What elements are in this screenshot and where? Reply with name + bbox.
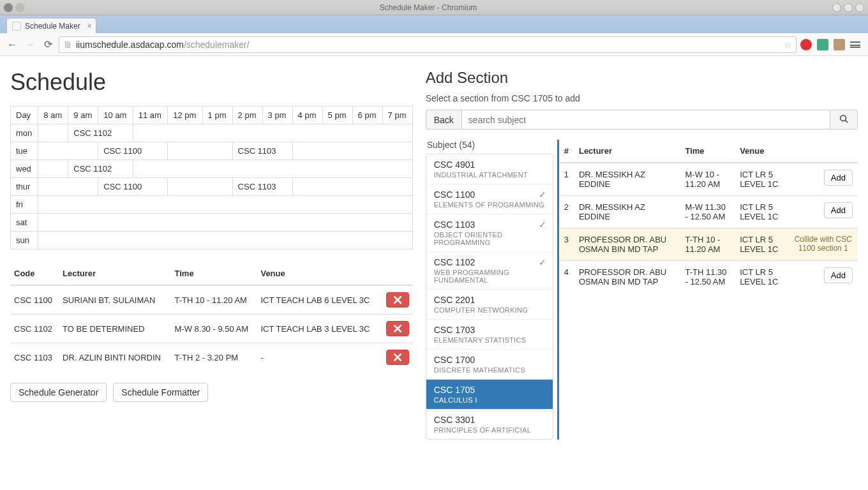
back-button-section[interactable]: Back	[426, 110, 461, 130]
search-icon	[839, 114, 848, 123]
add-button[interactable]: Add	[824, 170, 853, 186]
schedule-cell-empty	[133, 124, 412, 142]
section-lecturer: DR. MESSIKH AZ EDDINE	[574, 163, 680, 196]
svg-line-1	[846, 121, 848, 123]
favicon-icon	[12, 22, 21, 31]
page-icon: 🗎	[63, 40, 72, 50]
section-venue: ICT LR 5 LEVEL 1C	[735, 261, 788, 293]
schedule-formatter-button[interactable]: Schedule Formatter	[113, 383, 208, 402]
page-content: Schedule Day8 am9 am10 am11 am12 pm1 pm2…	[0, 56, 868, 440]
close-window-button[interactable]	[855, 3, 864, 12]
enrolled-lecturer: SURIANI BT. SULAIMAN	[59, 285, 170, 315]
add-button[interactable]: Add	[824, 202, 853, 218]
subject-item[interactable]: CSC 1703ELEMENTARY STATISTICS	[426, 320, 553, 350]
reload-button[interactable]: ⟳	[41, 38, 55, 52]
window-title: Schedule Maker - Chromium	[380, 3, 477, 12]
enrolled-lecturer: DR. AZLIN BINTI NORDIN	[59, 343, 170, 372]
time-header: 2 pm	[232, 107, 262, 124]
subject-list[interactable]: CSC 4901INDUSTRIAL ATTACHMENTCSC 1100ELE…	[426, 154, 553, 440]
remove-button[interactable]	[386, 350, 409, 365]
search-row: Back	[426, 110, 858, 130]
time-header: 12 pm	[168, 107, 202, 124]
enrolled-code: CSC 1103	[10, 343, 59, 372]
toolbar-extensions	[800, 39, 863, 50]
tab-title: Schedule Maker	[25, 22, 80, 31]
schedule-cell-empty	[38, 124, 68, 142]
subject-name: CALCULUS I	[434, 396, 545, 404]
search-input[interactable]	[461, 110, 830, 130]
adblock-icon[interactable]	[800, 39, 812, 50]
remove-button[interactable]	[386, 292, 409, 308]
window-controls	[832, 3, 864, 12]
day-label: sat	[11, 214, 38, 232]
schedule-cell-course: CSC 1102	[68, 160, 133, 178]
day-label: thur	[11, 178, 38, 196]
schedule-cell-course: CSC 1103	[232, 142, 292, 160]
schedule-cell-empty	[168, 178, 232, 196]
schedule-generator-button[interactable]: Schedule Generator	[10, 383, 107, 402]
section-row: 1DR. MESSIKH AZ EDDINEM-W 10 - 11.20 AMI…	[559, 163, 858, 196]
enrolled-row: CSC 1103DR. AZLIN BINTI NORDINT-TH 2 - 3…	[10, 343, 413, 372]
enrolled-code: CSC 1100	[10, 285, 59, 315]
browser-tab[interactable]: Schedule Maker ×	[6, 18, 96, 33]
minimize-button[interactable]	[832, 3, 841, 12]
section-header: Lecturer	[574, 140, 680, 163]
subject-item[interactable]: CSC 1700DISCRETE MATHEMATICS	[426, 350, 553, 380]
schedule-grid: Day8 am9 am10 am11 am12 pm1 pm2 pm3 pm4 …	[10, 106, 413, 249]
subject-name: COMPUTER NETWORKING	[434, 306, 545, 314]
enrolled-table: CodeLecturerTimeVenue CSC 1100SURIANI BT…	[10, 262, 413, 371]
maximize-button[interactable]	[844, 3, 853, 12]
app-icons	[4, 3, 24, 12]
subject-code: CSC 1700	[434, 355, 545, 365]
section-num: 4	[559, 261, 574, 293]
translate-icon[interactable]	[817, 39, 828, 50]
section-venue: ICT LR 5 LEVEL 1C	[735, 196, 788, 228]
subject-item[interactable]: CSC 2201COMPUTER NETWORKING	[426, 290, 553, 320]
os-titlebar: Schedule Maker - Chromium	[0, 0, 868, 15]
remove-button[interactable]	[386, 321, 409, 336]
subject-name: ELEMENTS OF PROGRAMMING	[434, 201, 545, 209]
schedule-cell-empty	[38, 142, 98, 160]
browser-tabstrip: Schedule Maker ×	[0, 15, 868, 33]
remove-icon	[394, 353, 401, 361]
enrolled-code: CSC 1102	[10, 315, 59, 343]
section-header: #	[559, 140, 574, 163]
section-row: 2DR. MESSIKH AZ EDDINEM-W 11.30 - 12.50 …	[559, 196, 858, 228]
subject-item[interactable]: CSC 4901INDUSTRIAL ATTACHMENT	[426, 154, 553, 184]
day-label: mon	[11, 124, 38, 142]
section-header	[788, 140, 858, 163]
check-icon: ✓	[539, 189, 546, 200]
subject-item[interactable]: CSC 1705CALCULUS I	[426, 380, 553, 410]
back-button[interactable]: ←	[5, 38, 19, 52]
section-time: M-W 10 - 11.20 AM	[680, 163, 735, 196]
subject-count-label: Subject (54)	[426, 140, 553, 150]
forward-button[interactable]: →	[23, 38, 37, 52]
schedule-cell-empty	[38, 178, 98, 196]
subject-item[interactable]: CSC 1102WEB PROGRAMMING FUNDAMENTAL✓	[426, 252, 553, 290]
time-header: 5 pm	[322, 107, 352, 124]
url-bar[interactable]: 🗎 iiumschedule.asdacap.com/schedulemaker…	[59, 36, 797, 53]
time-header: 8 am	[38, 107, 68, 124]
subject-item[interactable]: CSC 1103OBJECT ORIENTED PROGRAMMING✓	[426, 214, 553, 252]
add-button[interactable]: Add	[824, 267, 853, 283]
section-header: Venue	[735, 140, 788, 163]
subject-item[interactable]: CSC 3301PRINCIPLES OF ARTIFICIAL	[426, 410, 553, 439]
schedule-cell-course: CSC 1103	[232, 178, 292, 196]
remove-icon	[394, 325, 401, 332]
menu-icon[interactable]	[850, 41, 860, 48]
bookmark-icon[interactable]: ☆	[784, 40, 792, 50]
schedule-cell-empty	[292, 142, 412, 160]
svg-point-0	[841, 115, 846, 121]
enrolled-time: T-TH 10 - 11.20 AM	[171, 285, 257, 315]
time-header: 7 pm	[382, 107, 412, 124]
extension-icon[interactable]	[834, 39, 845, 50]
section-num: 2	[559, 196, 574, 228]
tab-close-button[interactable]: ×	[87, 22, 92, 31]
subject-code: CSC 1102	[434, 257, 545, 267]
schedule-cell-empty	[133, 160, 412, 178]
section-lecturer: DR. MESSIKH AZ EDDINE	[574, 196, 680, 228]
schedule-cell-course: CSC 1100	[98, 178, 168, 196]
day-label: wed	[11, 160, 38, 178]
search-button[interactable]	[830, 110, 858, 130]
subject-item[interactable]: CSC 1100ELEMENTS OF PROGRAMMING✓	[426, 184, 553, 214]
